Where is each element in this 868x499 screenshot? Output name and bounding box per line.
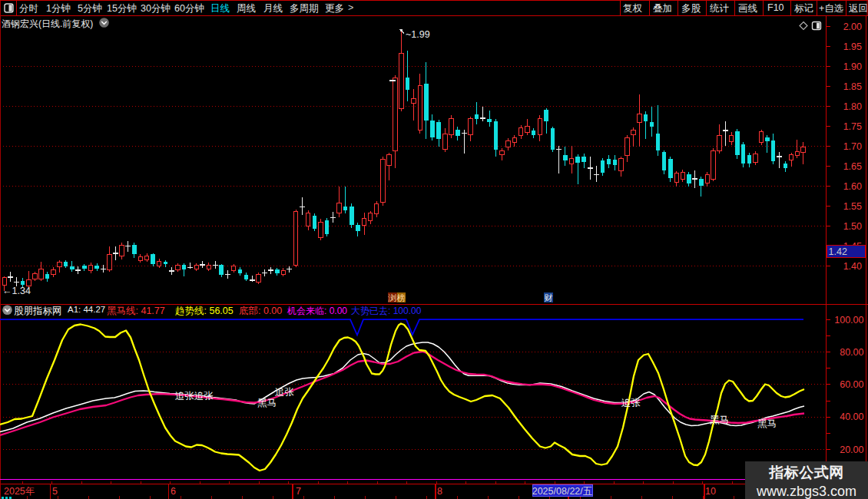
svg-text:2025年: 2025年 xyxy=(4,486,35,497)
svg-text:80.00: 80.00 xyxy=(840,347,863,358)
svg-text:2025/08/22/五: 2025/08/22/五 xyxy=(532,486,593,497)
svg-text:1.50: 1.50 xyxy=(843,221,862,232)
svg-text:追张: 追张 xyxy=(275,387,294,398)
svg-text:8: 8 xyxy=(437,486,442,497)
svg-text:1.60: 1.60 xyxy=(843,181,862,192)
svg-text:2.00: 2.00 xyxy=(843,21,862,32)
svg-text:40.00: 40.00 xyxy=(840,411,863,422)
svg-text:←1.34: ←1.34 xyxy=(2,286,31,296)
svg-text:1.95: 1.95 xyxy=(843,41,862,52)
svg-text:黑马: 黑马 xyxy=(757,418,777,429)
svg-text:1.85: 1.85 xyxy=(843,81,862,92)
svg-text:1.90: 1.90 xyxy=(843,61,862,72)
svg-text:财: 财 xyxy=(545,293,553,302)
svg-text:追张追张: 追张追张 xyxy=(175,391,214,402)
svg-text:1.70: 1.70 xyxy=(843,141,862,152)
svg-text:1.55: 1.55 xyxy=(843,201,862,212)
svg-text:60.00: 60.00 xyxy=(840,379,863,390)
svg-text:100.00: 100.00 xyxy=(834,315,863,326)
svg-text:10: 10 xyxy=(705,486,716,497)
svg-text:追张: 追张 xyxy=(621,398,641,408)
svg-text:黑马: 黑马 xyxy=(257,398,277,408)
svg-text:1.40: 1.40 xyxy=(843,261,862,272)
svg-text:20.00: 20.00 xyxy=(840,444,863,455)
svg-text:1.75: 1.75 xyxy=(843,121,862,132)
svg-text:1.65: 1.65 xyxy=(843,161,862,172)
svg-text:浏榜: 浏榜 xyxy=(388,293,406,302)
svg-text:黑马: 黑马 xyxy=(710,415,729,425)
svg-text:6: 6 xyxy=(171,486,176,497)
svg-text:5: 5 xyxy=(52,486,58,497)
svg-text:7: 7 xyxy=(296,486,301,497)
svg-text:1.80: 1.80 xyxy=(843,101,862,112)
svg-text:~1.99: ~1.99 xyxy=(406,29,430,40)
svg-text:1.42: 1.42 xyxy=(829,246,847,257)
